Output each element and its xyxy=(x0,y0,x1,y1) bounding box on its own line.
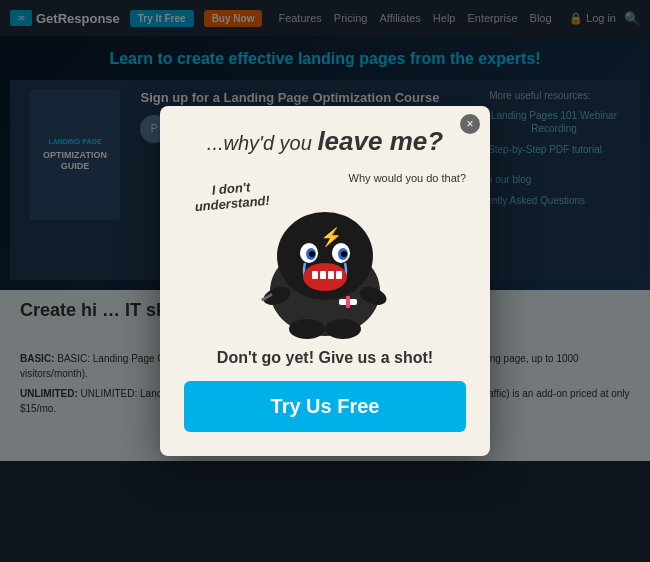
svg-rect-19 xyxy=(346,296,350,308)
close-button[interactable]: × xyxy=(460,114,480,134)
svg-point-7 xyxy=(309,251,315,257)
popup-headline: ...why'd you leave me? xyxy=(184,126,466,157)
svg-rect-12 xyxy=(328,271,334,279)
svg-point-8 xyxy=(341,251,347,257)
monster-illustration: ⚡ xyxy=(235,181,415,341)
svg-rect-11 xyxy=(320,271,326,279)
overlay: × ...why'd you leave me? I don't underst… xyxy=(0,0,650,562)
svg-point-16 xyxy=(289,319,325,339)
svg-point-17 xyxy=(325,319,361,339)
try-us-free-button[interactable]: Try Us Free xyxy=(184,381,466,432)
svg-rect-13 xyxy=(336,271,342,279)
svg-rect-10 xyxy=(312,271,318,279)
popup-modal: × ...why'd you leave me? I don't underst… xyxy=(160,106,490,456)
popup-subtext: Don't go yet! Give us a shot! xyxy=(184,349,466,367)
popup-monster-area: I don't understand! Why would you do tha… xyxy=(174,161,476,341)
